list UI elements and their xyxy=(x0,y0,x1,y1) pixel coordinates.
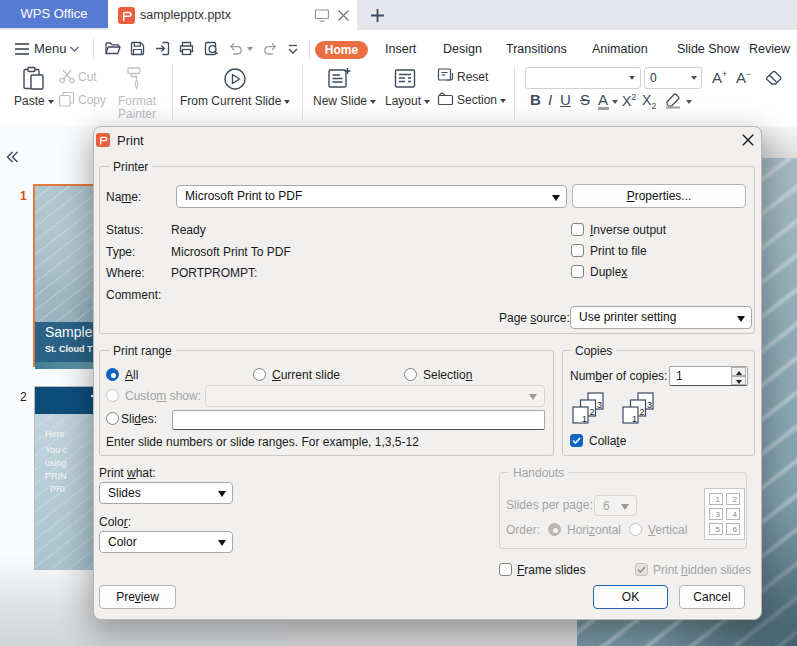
svg-text:3: 3 xyxy=(647,400,652,410)
svg-text:2: 2 xyxy=(640,407,645,417)
svg-text:1: 1 xyxy=(582,414,587,424)
svg-text:1: 1 xyxy=(632,414,637,424)
svg-text:2: 2 xyxy=(590,407,595,417)
svg-text:3: 3 xyxy=(597,400,602,410)
